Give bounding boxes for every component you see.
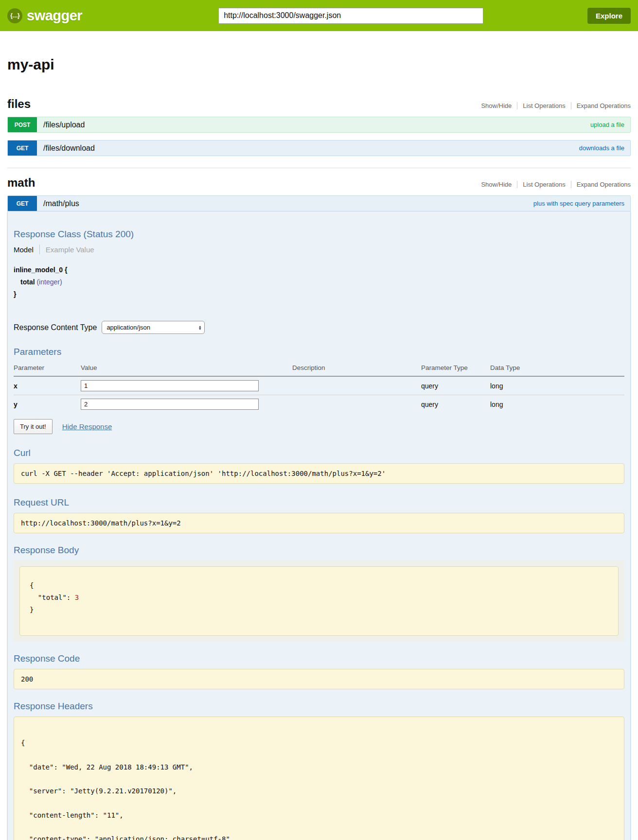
col-header-value: Value [81, 362, 292, 376]
explore-button[interactable]: Explore [587, 8, 631, 24]
math-list-operations-link[interactable]: List Operations [517, 181, 570, 188]
param-value-input-x[interactable] [81, 380, 259, 391]
response-headers-block: { "date": "Wed, 22 Aug 2018 18:49:13 GMT… [14, 717, 624, 840]
param-description-x [292, 376, 421, 395]
top-bar: {…} swagger Explore [0, 0, 638, 31]
brand-title: swagger [27, 8, 82, 24]
resource-title-files[interactable]: files [7, 97, 31, 111]
model-property-type: (integer) [36, 278, 62, 286]
endpoint-summary-upload[interactable]: upload a file [590, 121, 630, 128]
json-value: 3 [75, 594, 79, 601]
response-headers-heading: Response Headers [14, 701, 624, 712]
response-body-block: { "total": 3} [19, 566, 619, 636]
param-name-y: y [14, 395, 81, 414]
math-expand-operations-link[interactable]: Expand Operations [571, 181, 631, 188]
response-header-line: "date": "Wed, 22 Aug 2018 18:49:13 GMT", [21, 763, 617, 771]
resource-controls-files: Show/Hide List Operations Expand Operati… [476, 102, 631, 109]
endpoint-path-files-download[interactable]: /files/download [43, 144, 95, 153]
model-tabs: Model Example Value [14, 245, 624, 254]
model-property: total (integer) [14, 276, 624, 288]
main-content: my-api files Show/Hide List Operations E… [0, 56, 638, 840]
try-row: Try it out! Hide Response [14, 419, 624, 434]
hide-response-link[interactable]: Hide Response [62, 422, 112, 431]
try-it-out-button[interactable]: Try it out! [14, 419, 53, 434]
endpoint-summary-download[interactable]: downloads a file [579, 144, 630, 152]
model-close-line: } [14, 288, 624, 300]
json-close-brace: } [30, 604, 608, 616]
swagger-brand-link[interactable]: {…} swagger [7, 8, 82, 24]
response-content-type-select[interactable]: application/json ▴▾ [102, 321, 205, 334]
request-url-block: http://localhost:3000/math/plus?x=1&y=2 [14, 513, 624, 533]
response-class-heading: Response Class (Status 200) [14, 229, 624, 240]
param-type-y: query [421, 395, 490, 414]
response-body-wrapper: { "total": 3} [14, 560, 624, 642]
curl-command-block: curl -X GET --header 'Accept: applicatio… [14, 463, 624, 484]
files-list-operations-link[interactable]: List Operations [517, 102, 570, 109]
resource-title-math[interactable]: math [7, 176, 35, 190]
operation-detail-panel: Response Class (Status 200) Model Exampl… [7, 211, 631, 840]
param-value-input-y[interactable] [81, 399, 259, 410]
endpoint-summary-math-plus-get[interactable]: plus with spec query parameters [533, 200, 630, 207]
json-total-line: "total": 3 [30, 592, 608, 604]
parameters-heading: Parameters [14, 347, 624, 357]
col-header-parameter-type: Parameter Type [421, 362, 490, 376]
http-method-badge-get: GET [8, 140, 37, 156]
logo-glyph: {…} [10, 12, 19, 19]
request-url-heading: Request URL [14, 497, 624, 508]
response-header-line: "content-length": "11", [21, 811, 617, 820]
resource-divider [7, 168, 631, 168]
param-data-type-x: long [490, 376, 624, 395]
response-code-heading: Response Code [14, 653, 624, 664]
response-content-type-value: application/json [106, 324, 150, 331]
http-method-badge-get: GET [8, 196, 37, 211]
select-arrows-icon: ▴▾ [199, 325, 201, 330]
response-body-heading: Response Body [14, 545, 624, 556]
resource-files-header: files Show/Hide List Operations Expand O… [7, 97, 631, 111]
json-open-brace: { [30, 579, 608, 592]
param-data-type-y: long [490, 395, 624, 414]
parameters-table: Parameter Value Description Parameter Ty… [14, 362, 624, 413]
parameter-row-x: x query long [14, 376, 624, 395]
response-header-line: { [21, 739, 617, 747]
response-content-type-row: Response Content Type application/json ▴… [14, 321, 624, 334]
col-header-parameter: Parameter [14, 362, 81, 376]
model-open-line: inline_model_0 { [14, 264, 624, 276]
response-code-block: 200 [14, 669, 624, 689]
endpoint-get-files-download[interactable]: GET /files/download downloads a file [7, 140, 631, 156]
endpoint-get-math-plus[interactable]: GET /math/plus plus with spec query para… [7, 195, 631, 211]
tab-model[interactable]: Model [14, 245, 34, 254]
col-header-description: Description [292, 362, 421, 376]
model-signature: inline_model_0 { total (integer) } [14, 264, 624, 300]
resource-controls-math: Show/Hide List Operations Expand Operati… [476, 181, 631, 188]
curl-heading: Curl [14, 448, 624, 458]
resource-files: files Show/Hide List Operations Expand O… [7, 97, 631, 156]
parameter-row-y: y query long [14, 395, 624, 414]
param-type-x: query [421, 376, 490, 395]
col-header-data-type: Data Type [490, 362, 624, 376]
math-show-hide-link[interactable]: Show/Hide [476, 181, 517, 188]
api-title: my-api [7, 56, 631, 73]
param-description-y [292, 395, 421, 414]
files-show-hide-link[interactable]: Show/Hide [476, 102, 517, 109]
endpoint-path-math-plus-get[interactable]: /math/plus [43, 199, 79, 208]
files-expand-operations-link[interactable]: Expand Operations [571, 102, 631, 109]
response-header-line: "server": "Jetty(9.2.21.v20170120)", [21, 787, 617, 795]
endpoint-post-files-upload[interactable]: POST /files/upload upload a file [7, 117, 631, 133]
spec-url-input[interactable] [218, 8, 483, 24]
swagger-logo-icon: {…} [7, 8, 22, 23]
response-header-line: "content-type": "application/json; chars… [21, 835, 617, 840]
resource-math: math Show/Hide List Operations Expand Op… [7, 176, 631, 840]
json-key: "total": [30, 594, 75, 601]
response-content-type-label: Response Content Type [14, 323, 97, 332]
param-name-x: x [14, 376, 81, 395]
endpoint-path-files-upload[interactable]: /files/upload [43, 121, 85, 129]
parameters-header-row: Parameter Value Description Parameter Ty… [14, 362, 624, 376]
model-property-name: total [20, 278, 35, 286]
tab-separator [39, 245, 40, 254]
http-method-badge-post: POST [8, 117, 37, 132]
resource-math-header: math Show/Hide List Operations Expand Op… [7, 176, 631, 190]
tab-example-value[interactable]: Example Value [46, 245, 94, 254]
